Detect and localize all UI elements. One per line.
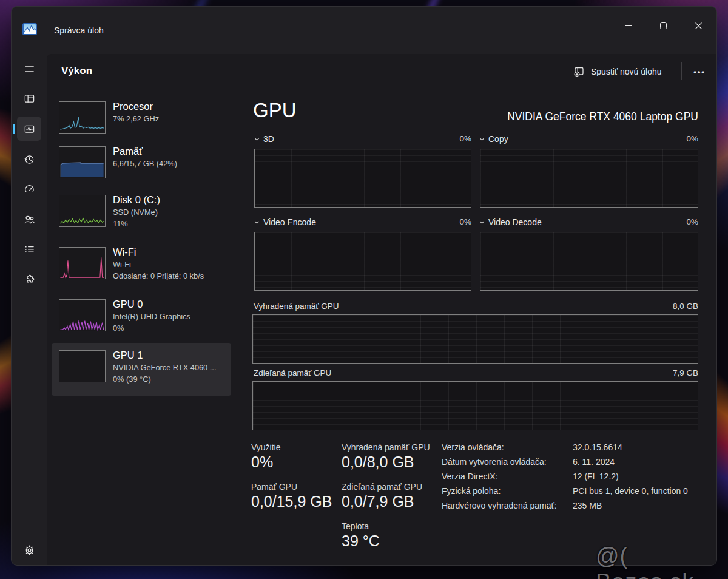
nav-item-app-history[interactable] — [17, 147, 41, 171]
detail-driver-date-label: Dátum vytvorenia ovládača: — [442, 457, 547, 467]
gpu-detail-pane: GPU NVIDIA GeForce RTX 4060 Laptop GPU 3… — [249, 54, 698, 566]
detail-driver-date-value: 6. 11. 2024 — [573, 457, 615, 467]
chart-label: Copy — [488, 134, 508, 144]
sidebar-item-sub: NVIDIA GeForce RTX 4060 ... — [113, 362, 216, 373]
chevron-down-icon — [479, 219, 485, 226]
chart-selector-3d[interactable]: 3D — [254, 133, 274, 145]
detail-hw-reserved-memory-value: 235 MB — [573, 501, 602, 510]
hamburger-icon — [24, 63, 35, 75]
chart-value-video-decode: 0% — [676, 217, 698, 226]
sidebar-item-sub: Odoslané: 0 Prijaté: 0 kb/s — [113, 271, 204, 281]
sidebar-item-sub: Intel(R) UHD Graphics — [113, 311, 190, 322]
chart-dedicated-memory — [252, 314, 698, 364]
chart-selector-copy[interactable]: Copy — [479, 133, 508, 145]
nav-item-performance[interactable] — [17, 117, 41, 141]
stat-gpu-memory-label: Pamäť GPU — [251, 482, 297, 492]
detail-driver-version-label: Verzia ovládača: — [442, 442, 504, 452]
stat-utilization-value: 0% — [251, 453, 273, 471]
nav-rail — [12, 54, 47, 565]
performance-icon — [24, 123, 35, 135]
wifi-sparkline — [60, 257, 104, 277]
history-icon — [24, 154, 35, 165]
desktop: { "window": { "title": "Správca úloh" },… — [0, 0, 728, 579]
gpu0-sparkline — [60, 320, 103, 330]
details-list-icon — [24, 243, 35, 255]
detail-directx-value: 12 (FL 12.2) — [573, 472, 619, 481]
chart-value-copy: 0% — [676, 134, 698, 143]
shared-memory-label: Zdieľaná pamäť GPU — [254, 368, 331, 378]
nav-item-services[interactable] — [17, 267, 41, 291]
sidebar-item-title: GPU 1 — [113, 349, 216, 361]
chart-label: Video Encode — [263, 217, 316, 227]
minimize-button[interactable] — [614, 15, 642, 36]
stat-temperature-label: Teplota — [342, 521, 369, 531]
chart-3d — [254, 149, 471, 208]
chart-selector-video-encode[interactable]: Video Encode — [254, 216, 316, 228]
sidebar-item-sub: 11% — [113, 218, 160, 229]
gpu-title: GPU — [253, 99, 297, 122]
maximize-icon — [660, 22, 667, 29]
stat-gpu-memory-value: 0,0/15,9 GB — [251, 493, 332, 510]
stat-utilization-label: Využitie — [251, 442, 281, 452]
chevron-down-icon — [479, 136, 485, 143]
sidebar-item-memory[interactable]: Pamäť 6,6/15,7 GB (42%) — [52, 139, 231, 186]
detail-physical-location-value: PCI bus 1, device 0, function 0 — [573, 486, 688, 496]
gpu-device-name: NVIDIA GeForce RTX 4060 Laptop GPU — [507, 110, 698, 123]
memory-area — [61, 163, 103, 177]
disk-thumbnail-chart — [59, 195, 106, 227]
sidebar-item-disk[interactable]: Disk 0 (C:) SSD (NVMe) 11% — [52, 188, 231, 239]
dedicated-memory-label: Vyhradená pamäť GPU — [254, 302, 339, 311]
sidebar-item-sub: 0% — [113, 323, 190, 333]
titlebar: Správca úloh — [12, 7, 716, 54]
page-title: Výkon — [61, 65, 92, 77]
sidebar-item-sub: 0% (39 °C) — [113, 374, 216, 384]
gpu0-thumbnail-chart — [59, 299, 106, 331]
chart-label: Video Decode — [488, 217, 542, 227]
services-puzzle-icon — [24, 274, 35, 285]
detail-directx-label: Verzia DirectX: — [442, 472, 498, 481]
sidebar-item-sub: 6,6/15,7 GB (42%) — [113, 158, 177, 169]
gear-icon — [24, 544, 35, 556]
chart-video-encode — [254, 232, 471, 291]
chart-shared-memory — [252, 381, 698, 430]
chevron-down-icon — [254, 136, 260, 143]
task-manager-window: Správca úloh — [11, 6, 717, 566]
sidebar-item-gpu0[interactable]: GPU 0 Intel(R) UHD Graphics 0% — [52, 292, 231, 343]
watermark: @( Bazos.sk — [596, 543, 728, 579]
wifi-thumbnail-chart — [59, 247, 106, 279]
sidebar-item-cpu[interactable]: Procesor 7% 2,62 GHz — [52, 94, 231, 140]
memory-thumbnail-chart — [59, 146, 106, 178]
chart-selector-video-decode[interactable]: Video Decode — [479, 216, 542, 228]
chart-label: 3D — [263, 134, 274, 144]
nav-item-details[interactable] — [17, 237, 41, 261]
maximize-button[interactable] — [649, 15, 677, 36]
window-title: Správca úloh — [54, 25, 104, 35]
disk-sparkline — [60, 218, 104, 224]
gpu1-thumbnail-chart — [59, 350, 106, 382]
cpu-sparkline — [60, 117, 104, 129]
shared-memory-max: 7,9 GB — [650, 368, 698, 378]
detail-physical-location-label: Fyzická poloha: — [442, 486, 500, 496]
sidebar-item-title: Pamäť — [113, 145, 177, 157]
nav-item-processes[interactable] — [17, 86, 41, 110]
nav-item-users[interactable] — [17, 207, 41, 231]
stat-dedicated-memory-label: Vyhradená pamäť GPU — [342, 442, 430, 452]
sidebar-item-gpu1[interactable]: GPU 1 NVIDIA GeForce RTX 4060 ... 0% (39… — [52, 343, 231, 396]
sidebar-item-wifi[interactable]: Wi-Fi Wi-Fi Odoslané: 0 Prijaté: 0 kb/s — [52, 240, 231, 291]
close-icon — [695, 22, 703, 30]
chart-copy — [480, 149, 698, 208]
chevron-down-icon — [254, 219, 260, 226]
cpu-thumbnail-chart — [59, 101, 106, 134]
sidebar-item-title: Disk 0 (C:) — [113, 194, 160, 206]
close-button[interactable] — [684, 15, 712, 36]
sidebar-item-sub: SSD (NVMe) — [113, 207, 160, 217]
stat-shared-memory-value: 0,0/7,9 GB — [342, 493, 414, 510]
nav-item-startup-apps[interactable] — [17, 177, 41, 201]
window-controls — [614, 15, 712, 36]
stat-temperature-value: 39 °C — [342, 532, 380, 550]
chart-video-decode — [480, 232, 698, 291]
processes-icon — [24, 93, 35, 104]
settings-button[interactable] — [17, 538, 41, 562]
content-panel: Výkon Spustiť novú úlohu ••• Procesor 7%… — [47, 54, 716, 565]
hamburger-menu-button[interactable] — [17, 56, 41, 81]
